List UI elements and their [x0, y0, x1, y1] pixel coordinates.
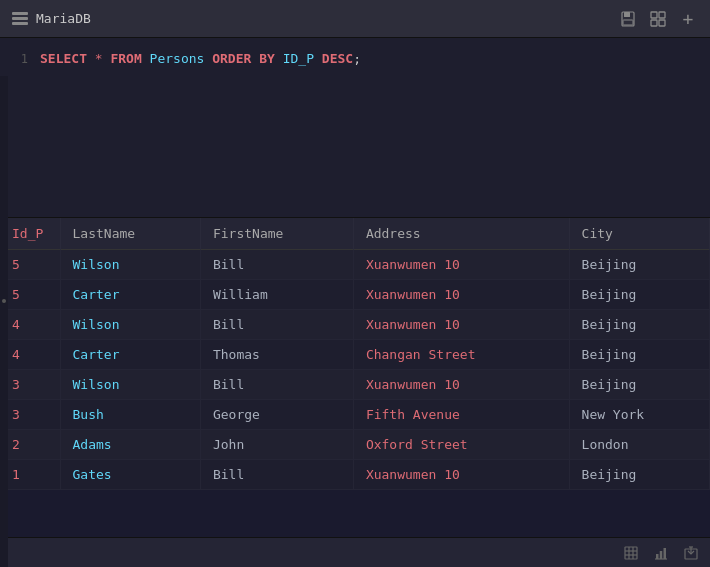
sql-editor[interactable]: 1 SELECT * FROM Persons ORDER BY ID_P DE… [0, 38, 710, 218]
cell-id: 5 [0, 280, 60, 310]
col-header-firstname: FirstName [200, 218, 353, 250]
sql-line-1: 1 SELECT * FROM Persons ORDER BY ID_P DE… [0, 48, 710, 70]
sql-select-keyword: SELECT [40, 48, 87, 70]
col-header-address: Address [353, 218, 569, 250]
svg-rect-7 [659, 12, 665, 18]
title-bar-left: MariaDB [12, 11, 91, 27]
cell-id: 2 [0, 430, 60, 460]
svg-rect-4 [624, 12, 630, 17]
table-header-row: Id_P LastName FirstName Address City [0, 218, 710, 250]
svg-rect-5 [623, 20, 633, 25]
sql-wildcard: * [95, 48, 103, 70]
table-view-button[interactable] [620, 542, 642, 564]
svg-rect-2 [12, 22, 28, 25]
cell-lastname: Adams [60, 430, 200, 460]
cell-id: 3 [0, 400, 60, 430]
svg-rect-8 [651, 20, 657, 26]
cell-firstname: Bill [200, 370, 353, 400]
sql-orderby-keyword: ORDER BY [212, 48, 275, 70]
cell-lastname: Carter [60, 340, 200, 370]
chart-view-button[interactable] [650, 542, 672, 564]
cell-id: 4 [0, 310, 60, 340]
cell-city: London [569, 430, 709, 460]
cell-firstname: Bill [200, 460, 353, 490]
cell-firstname: Bill [200, 250, 353, 280]
left-nav-strip [0, 76, 8, 567]
cell-lastname: Bush [60, 400, 200, 430]
table-row: 3BushGeorgeFifth AvenueNew York [0, 400, 710, 430]
results-container: Id_P LastName FirstName Address City 5Wi… [0, 218, 710, 567]
line-number-1: 1 [8, 48, 28, 70]
cell-city: Beijing [569, 340, 709, 370]
cell-firstname: William [200, 280, 353, 310]
svg-rect-17 [660, 551, 663, 559]
table-row: 1GatesBillXuanwumen 10Beijing [0, 460, 710, 490]
svg-rect-6 [651, 12, 657, 18]
cell-lastname: Gates [60, 460, 200, 490]
sql-field-name: ID_P [283, 48, 314, 70]
cell-id: 5 [0, 250, 60, 280]
results-table: Id_P LastName FirstName Address City 5Wi… [0, 218, 710, 490]
main-content: 1 SELECT * FROM Persons ORDER BY ID_P DE… [0, 38, 710, 567]
cell-address: Fifth Avenue [353, 400, 569, 430]
add-button[interactable]: + [678, 9, 698, 29]
cell-firstname: George [200, 400, 353, 430]
sql-table-name: Persons [150, 48, 205, 70]
svg-rect-18 [664, 548, 667, 559]
col-header-city: City [569, 218, 709, 250]
cell-lastname: Wilson [60, 310, 200, 340]
col-header-id: Id_P [0, 218, 60, 250]
cell-address: Xuanwumen 10 [353, 280, 569, 310]
cell-address: Changan Street [353, 340, 569, 370]
sql-from-keyword: FROM [110, 48, 141, 70]
sql-desc-keyword: DESC [322, 48, 353, 70]
mariadb-icon [12, 11, 28, 27]
cell-address: Xuanwumen 10 [353, 370, 569, 400]
table-row: 5WilsonBillXuanwumen 10Beijing [0, 250, 710, 280]
cell-address: Xuanwumen 10 [353, 250, 569, 280]
sql-semicolon: ; [353, 48, 361, 70]
col-header-lastname: LastName [60, 218, 200, 250]
svg-rect-1 [12, 17, 28, 20]
title-bar-actions: + [618, 9, 698, 29]
save-button[interactable] [618, 9, 638, 29]
table-row: 3WilsonBillXuanwumen 10Beijing [0, 370, 710, 400]
cell-city: Beijing [569, 370, 709, 400]
cell-firstname: John [200, 430, 353, 460]
cell-id: 1 [0, 460, 60, 490]
cell-city: Beijing [569, 460, 709, 490]
export-button[interactable] [680, 542, 702, 564]
table-row: 4WilsonBillXuanwumen 10Beijing [0, 310, 710, 340]
svg-rect-9 [659, 20, 665, 26]
bottom-bar [0, 537, 710, 567]
title-bar: MariaDB + [0, 0, 710, 38]
svg-rect-10 [625, 547, 637, 559]
table-row: 4CarterThomasChangan StreetBeijing [0, 340, 710, 370]
cell-city: Beijing [569, 310, 709, 340]
cell-city: Beijing [569, 250, 709, 280]
cell-city: New York [569, 400, 709, 430]
settings-button[interactable] [648, 9, 668, 29]
cell-address: Xuanwumen 10 [353, 310, 569, 340]
cell-id: 4 [0, 340, 60, 370]
svg-rect-0 [12, 12, 28, 15]
cell-address: Xuanwumen 10 [353, 460, 569, 490]
cell-id: 3 [0, 370, 60, 400]
cell-firstname: Thomas [200, 340, 353, 370]
cell-lastname: Wilson [60, 250, 200, 280]
nav-indicator [2, 299, 6, 303]
table-row: 2AdamsJohnOxford StreetLondon [0, 430, 710, 460]
svg-rect-16 [656, 554, 659, 559]
cell-firstname: Bill [200, 310, 353, 340]
cell-lastname: Wilson [60, 370, 200, 400]
cell-city: Beijing [569, 280, 709, 310]
cell-address: Oxford Street [353, 430, 569, 460]
app-title: MariaDB [36, 11, 91, 26]
cell-lastname: Carter [60, 280, 200, 310]
table-row: 5CarterWilliamXuanwumen 10Beijing [0, 280, 710, 310]
